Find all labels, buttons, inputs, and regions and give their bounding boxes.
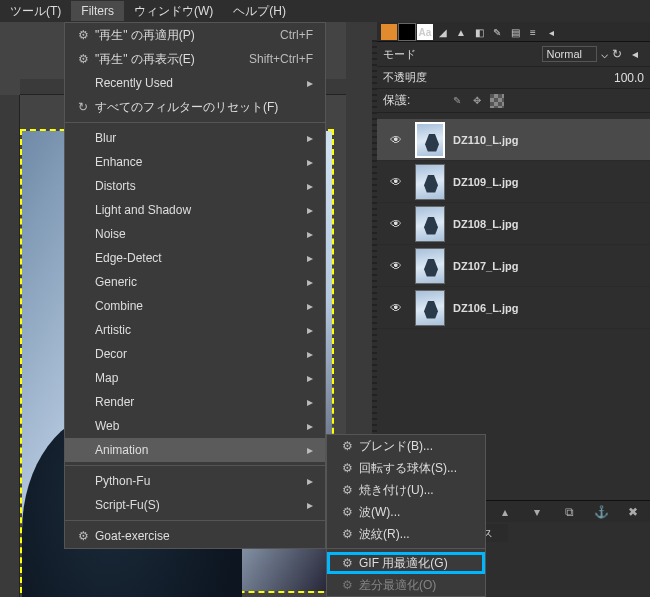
submenu-burn-in[interactable]: ⚙焼き付け(U)... — [327, 479, 485, 501]
menu-label: すべてのフィルターのリセット(F) — [93, 99, 313, 116]
gear-icon: ⚙ — [337, 461, 357, 475]
visibility-icon[interactable]: 👁 — [385, 301, 407, 315]
menu-blur[interactable]: Blur▸ — [65, 126, 325, 150]
text-tool-icon[interactable]: Aa — [417, 24, 433, 40]
gear-icon: ⚙ — [337, 527, 357, 541]
gradient-icon[interactable]: ◧ — [471, 24, 487, 40]
layer-row[interactable]: 👁 DZ108_L.jpg — [377, 203, 650, 245]
gear-icon: ⚙ — [337, 505, 357, 519]
menu-label: "再生" の再表示(E) — [93, 51, 249, 68]
channel-icon[interactable] — [381, 24, 397, 40]
menu-label: 波(W)... — [357, 504, 473, 521]
visibility-icon[interactable]: 👁 — [385, 175, 407, 189]
reset-icon: ↻ — [73, 100, 93, 114]
mode-select[interactable]: Normal — [542, 46, 597, 62]
submenu-diff-optimize[interactable]: ⚙差分最適化(O) — [327, 574, 485, 596]
layer-thumbnail[interactable] — [415, 206, 445, 242]
menu-goat-exercise[interactable]: ⚙Goat-exercise — [65, 524, 325, 548]
chevron-right-icon: ▸ — [307, 76, 313, 90]
submenu-ripple[interactable]: ⚙波紋(R)... — [327, 523, 485, 545]
reset-mode-icon[interactable]: ↻ — [608, 45, 626, 63]
submenu-waves[interactable]: ⚙波(W)... — [327, 501, 485, 523]
menu-label: Script-Fu(S) — [93, 498, 307, 512]
menu-noise[interactable]: Noise▸ — [65, 222, 325, 246]
menu-label: Edge-Detect — [93, 251, 307, 265]
chevron-right-icon: ▸ — [307, 419, 313, 433]
histogram-icon[interactable]: ◢ — [435, 24, 451, 40]
menu-repeat-apply[interactable]: ⚙ "再生" の再適用(P) Ctrl+F — [65, 23, 325, 47]
opacity-label: 不透明度 — [383, 70, 614, 85]
menu-combine[interactable]: Combine▸ — [65, 294, 325, 318]
menu-label: Artistic — [93, 323, 307, 337]
menu-recently-used[interactable]: Recently Used ▸ — [65, 71, 325, 95]
visibility-icon[interactable]: 👁 — [385, 259, 407, 273]
layer-name: DZ108_L.jpg — [453, 218, 518, 230]
opacity-value[interactable]: 100.0 — [614, 71, 644, 85]
menu-enhance[interactable]: Enhance▸ — [65, 150, 325, 174]
layer-row[interactable]: 👁 DZ107_L.jpg — [377, 245, 650, 287]
animation-submenu: ⚙ブレンド(B)... ⚙回転する球体(S)... ⚙焼き付け(U)... ⚙波… — [326, 434, 486, 597]
layer-thumbnail[interactable] — [415, 122, 445, 158]
submenu-blend[interactable]: ⚙ブレンド(B)... — [327, 435, 485, 457]
chevron-right-icon: ▸ — [307, 131, 313, 145]
paths-icon[interactable] — [399, 24, 415, 40]
visibility-icon[interactable]: 👁 — [385, 217, 407, 231]
menu-web[interactable]: Web▸ — [65, 414, 325, 438]
pattern-icon[interactable]: ▤ — [507, 24, 523, 40]
gear-icon: ⚙ — [73, 529, 93, 543]
duplicate-layer-icon[interactable]: ⧉ — [560, 503, 578, 521]
menu-label: Distorts — [93, 179, 307, 193]
arrow-left-icon[interactable]: ◂ — [543, 24, 559, 40]
lower-layer-icon[interactable]: ▾ — [528, 503, 546, 521]
pointer-icon[interactable]: ▲ — [453, 24, 469, 40]
menu-reset-all-filters[interactable]: ↻ すべてのフィルターのリセット(F) — [65, 95, 325, 119]
layer-thumbnail[interactable] — [415, 164, 445, 200]
menu-edge-detect[interactable]: Edge-Detect▸ — [65, 246, 325, 270]
menu-label: Animation — [93, 443, 307, 457]
lock-position-icon[interactable]: ✥ — [470, 94, 484, 108]
layer-thumbnail[interactable] — [415, 248, 445, 284]
chevron-right-icon: ▸ — [307, 251, 313, 265]
menu-animation[interactable]: Animation▸ — [65, 438, 325, 462]
lock-alpha-icon[interactable] — [490, 94, 504, 108]
menu-help[interactable]: ヘルプ(H) — [223, 0, 296, 23]
raise-layer-icon[interactable]: ▴ — [496, 503, 514, 521]
layer-thumbnail[interactable] — [415, 290, 445, 326]
menu-label: 波紋(R)... — [357, 526, 473, 543]
menu-label: 差分最適化(O) — [357, 577, 473, 594]
menu-tools[interactable]: ツール(T) — [0, 0, 71, 23]
lock-pixels-icon[interactable]: ✎ — [450, 94, 464, 108]
chevron-down-icon[interactable]: ⌵ — [601, 47, 608, 61]
menu-generic[interactable]: Generic▸ — [65, 270, 325, 294]
menu-render[interactable]: Render▸ — [65, 390, 325, 414]
menu-window[interactable]: ウィンドウ(W) — [124, 0, 223, 23]
visibility-icon[interactable]: 👁 — [385, 133, 407, 147]
arrow-left-icon[interactable]: ◂ — [626, 45, 644, 63]
submenu-gif-optimize[interactable]: ⚙GIF 用最適化(G) — [327, 552, 485, 574]
layer-row[interactable]: 👁 DZ110_L.jpg — [377, 119, 650, 161]
anchor-layer-icon[interactable]: ⚓ — [592, 503, 610, 521]
submenu-spinning-globe[interactable]: ⚙回転する球体(S)... — [327, 457, 485, 479]
menu-label: Web — [93, 419, 307, 433]
menu-label: Combine — [93, 299, 307, 313]
menu-repeat-show[interactable]: ⚙ "再生" の再表示(E) Shift+Ctrl+F — [65, 47, 325, 71]
delete-layer-icon[interactable]: ✖ — [624, 503, 642, 521]
menu-filters[interactable]: Filters — [71, 1, 124, 21]
menu-distorts[interactable]: Distorts▸ — [65, 174, 325, 198]
panel-mini-toolbar: Aa ◢ ▲ ◧ ✎ ▤ ≡ ◂ — [377, 22, 650, 42]
menu-map[interactable]: Map▸ — [65, 366, 325, 390]
layer-row[interactable]: 👁 DZ109_L.jpg — [377, 161, 650, 203]
filters-dropdown: ⚙ "再生" の再適用(P) Ctrl+F ⚙ "再生" の再表示(E) Shi… — [64, 22, 326, 549]
menu-decor[interactable]: Decor▸ — [65, 342, 325, 366]
layer-row[interactable]: 👁 DZ106_L.jpg — [377, 287, 650, 329]
menu-artistic[interactable]: Artistic▸ — [65, 318, 325, 342]
menu-script-fu[interactable]: Script-Fu(S)▸ — [65, 493, 325, 517]
menu-label: Python-Fu — [93, 474, 307, 488]
menu-icon[interactable]: ≡ — [525, 24, 541, 40]
ruler-vertical[interactable] — [0, 95, 20, 597]
menu-label: Decor — [93, 347, 307, 361]
menu-light-shadow[interactable]: Light and Shadow▸ — [65, 198, 325, 222]
menu-label: Map — [93, 371, 307, 385]
menu-python-fu[interactable]: Python-Fu▸ — [65, 469, 325, 493]
brush-icon[interactable]: ✎ — [489, 24, 505, 40]
